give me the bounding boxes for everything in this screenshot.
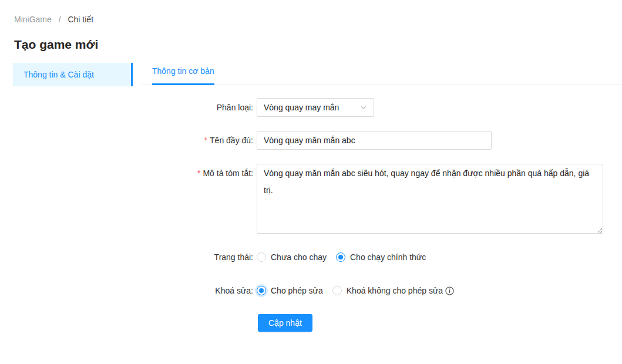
side-menu: Thông tin & Cài đặt — [0, 59, 133, 90]
edit-lock-radio-deny[interactable]: Khoá không cho phép sửa — [332, 286, 443, 295]
breadcrumb-current: Chi tiết — [68, 15, 93, 24]
description-textarea[interactable]: Vòng quay măn mắn abc siêu hót, quay nga… — [257, 164, 603, 234]
radio-checked-icon[interactable] — [257, 286, 266, 295]
tab-basic-info[interactable]: Thông tin cơ bản — [152, 59, 214, 85]
edit-lock-radio-allow[interactable]: Cho phép sửa — [257, 286, 323, 295]
edit-lock-radio-group: Cho phép sửa Khoá không cho phép sửa — [257, 286, 454, 295]
main-layout: Thông tin & Cài đặt Thông tin cơ bản Phâ… — [0, 59, 622, 332]
required-asterisk: * — [204, 136, 207, 145]
update-button[interactable]: Cập nhật — [258, 314, 312, 332]
sidebar-item-info-settings[interactable]: Thông tin & Cài đặt — [13, 63, 133, 86]
button-row: Cập nhật — [141, 314, 622, 332]
breadcrumb: MiniGame / Chi tiết — [14, 15, 622, 24]
status-radio-group: Chưa cho chạy Cho chạy chính thức — [257, 252, 435, 262]
sidebar-item-label: Thông tin & Cài đặt — [23, 70, 94, 79]
breadcrumb-minigame[interactable]: MiniGame — [14, 15, 52, 24]
edit-lock-label: Khoá sửa: — [141, 281, 253, 300]
required-asterisk: * — [197, 168, 200, 178]
form-row-full-name: *Tên đầy đủ: — [141, 131, 622, 150]
status-radio-not-running[interactable]: Chưa cho chạy — [257, 252, 327, 262]
game-form: Phân loại: Vòng quay may mắn *Tên đầy đủ… — [141, 98, 622, 332]
radio-checked-icon[interactable] — [336, 252, 345, 262]
full-name-input[interactable] — [257, 131, 492, 150]
description-label: *Mô tả tóm tắt: — [141, 164, 253, 183]
radio-unchecked-icon[interactable] — [332, 286, 342, 295]
breadcrumb-separator: / — [59, 15, 61, 24]
form-row-edit-lock: Khoá sửa: Cho phép sửa Khoá không cho ph… — [141, 281, 622, 300]
chevron-down-icon — [360, 104, 367, 111]
category-select-value: Vòng quay may mắn — [264, 103, 360, 112]
page-title: Tạo game mới — [14, 38, 622, 52]
info-icon[interactable] — [445, 287, 454, 295]
tabs-column: Thông tin cơ bản Phân loại: Vòng quay ma… — [141, 59, 622, 332]
status-radio-official[interactable]: Cho chạy chính thức — [336, 252, 426, 262]
form-row-description: *Mô tả tóm tắt: Vòng quay măn mắn abc si… — [141, 164, 622, 234]
radio-unchecked-icon[interactable] — [257, 252, 266, 262]
form-row-category: Phân loại: Vòng quay may mắn — [141, 98, 622, 117]
status-label: Trạng thái: — [141, 248, 253, 267]
category-select[interactable]: Vòng quay may mắn — [257, 98, 374, 117]
form-row-status: Trạng thái: Chưa cho chạy Cho chạy chính… — [141, 248, 622, 267]
tab-bar: Thông tin cơ bản — [141, 59, 622, 85]
category-label: Phân loại: — [141, 98, 253, 117]
full-name-label: *Tên đầy đủ: — [141, 131, 253, 150]
